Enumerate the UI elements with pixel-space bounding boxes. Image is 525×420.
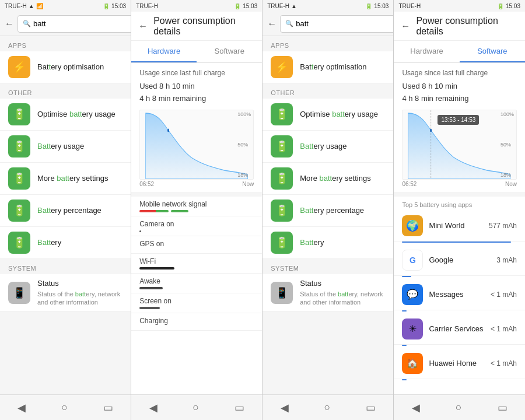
list-item-battery[interactable]: 🔋 Battery <box>0 227 131 259</box>
nav-home-right[interactable]: ○ <box>324 401 330 414</box>
signal-icon-right: ▲ <box>291 3 297 9</box>
list-item-optimise-right[interactable]: 🔋 Optimise battery usage <box>262 99 393 131</box>
detail-title-bar-right: ← Power consumption details <box>394 12 525 41</box>
tab-software-left[interactable]: Software <box>197 41 262 62</box>
status-icon-right: 📱 <box>271 282 293 304</box>
batt-text-right: Battery <box>300 238 324 248</box>
usage-stats-left: Used 8 h 10 min 4 h 8 min remaining <box>131 79 262 110</box>
search-input-left[interactable] <box>33 19 131 28</box>
google-usage: 3 mAh <box>488 256 517 264</box>
tab-hardware-right[interactable]: Hardware <box>394 41 459 62</box>
detail-header-right: TRUE-H 🔋 15:03 <box>394 0 525 12</box>
detail-battery-right: 🔋 <box>497 3 504 9</box>
nav-home-icon-dl[interactable]: ○ <box>192 401 199 414</box>
detail-title-right: Power consumption details <box>416 16 518 37</box>
tab-bar-right: Hardware Software <box>394 41 525 63</box>
left-phone-panel: TRUE-H ▲ 📶 🔋 15:03 ← 🔍 ✕ APPS ⚡ Battery … <box>0 0 131 420</box>
detail-header-left: TRUE-H 🔋 15:03 <box>131 0 262 12</box>
search-results-left: APPS ⚡ Battery optimisation OTHER 🔋 Opti… <box>0 36 131 394</box>
list-item-battery-percentage[interactable]: 🔋 Battery percentage <box>0 195 131 227</box>
list-item-status[interactable]: 📱 Status Status of the battery, network … <box>0 274 131 312</box>
nav-back-right[interactable]: ◀ <box>281 401 289 414</box>
nav-back-dr[interactable]: ◀ <box>412 401 420 414</box>
miniworld-icon: 🌍 <box>402 215 423 236</box>
signal-wifi-left: Wi-Fi <box>131 254 262 274</box>
search-bar-left: ← 🔍 ✕ <box>0 12 131 36</box>
back-button-right[interactable]: ← <box>267 19 276 29</box>
huawei-usage: < 1 mAh <box>488 359 517 368</box>
list-item-batt-right[interactable]: 🔋 Battery <box>262 227 393 259</box>
search-input-container-left[interactable]: 🔍 ✕ <box>18 15 131 33</box>
battery-percentage-text: Battery percentage <box>37 206 102 216</box>
tab-bar-left: Hardware Software <box>131 41 262 63</box>
pct-icon-right: 🔋 <box>271 200 293 222</box>
battery-icon-right: 🔋 <box>365 3 372 9</box>
search-bar-right: ← 🔍 ✕ <box>262 12 393 36</box>
nav-recents-dr[interactable]: ▭ <box>498 401 508 414</box>
nav-back-icon-left[interactable]: ◀ <box>18 401 26 414</box>
app-item-huawei[interactable]: 🏠 Huawei Home < 1 mAh <box>394 348 525 379</box>
more-text-right: More battery settings <box>300 174 370 184</box>
usage-icon-right: 🔋 <box>271 135 293 158</box>
list-item-battery-optimisation[interactable]: ⚡ Battery optimisation <box>0 51 131 83</box>
carrier-right: TRUE-H <box>267 3 289 9</box>
carrier-usage: < 1 mAh <box>488 325 517 333</box>
tab-software-right[interactable]: Software <box>460 41 525 62</box>
battery-text: Battery <box>37 238 61 248</box>
list-item-usage-right[interactable]: 🔋 Battery usage <box>262 131 393 163</box>
signal-charging-left: Charging <box>131 313 262 331</box>
chart-area-left: 100% 50% 18% <box>139 110 254 180</box>
messages-usage: < 1 mAh <box>488 290 517 299</box>
list-item-pct-right[interactable]: 🔋 Battery percentage <box>262 195 393 227</box>
google-icon: G <box>402 250 423 271</box>
list-item-optimise-battery[interactable]: 🔋 Optimise battery usage <box>0 99 131 131</box>
app-item-miniworld[interactable]: 🌍 Mini World 577 mAh <box>394 211 525 242</box>
tab-hardware-left[interactable]: Hardware <box>131 41 197 62</box>
search-input-right[interactable] <box>296 19 394 28</box>
signal-icon: ▲ <box>29 3 34 9</box>
signal-awake-left: Awake <box>131 274 262 293</box>
list-item-battery-usage[interactable]: 🔋 Battery usage <box>0 131 131 163</box>
list-item-status-right[interactable]: 📱 Status Status of the battery, network … <box>262 274 393 312</box>
app-list: 🌍 Mini World 577 mAh G Google 3 mAh 💬 Me… <box>394 211 525 383</box>
status-bar-right: TRUE-H ▲ 🔋 15:03 <box>262 0 393 12</box>
detail-back-right[interactable]: ← <box>401 21 410 32</box>
nav-bar-detail-left: ◀ ○ ▭ <box>131 394 262 420</box>
nav-recents-right[interactable]: ▭ <box>366 401 376 414</box>
nav-bar-left: ◀ ○ ▭ <box>0 394 131 420</box>
chart-labels-bottom-left: 06:52 Now <box>131 180 262 192</box>
nav-home-dr[interactable]: ○ <box>456 401 462 414</box>
battery-optimisation-icon: ⚡ <box>8 56 30 78</box>
usage-text-right: Battery usage <box>300 142 346 152</box>
search-input-container-right[interactable]: 🔍 ✕ <box>280 15 394 33</box>
detail-content-left: Usage since last full charge Used 8 h 10… <box>131 63 262 394</box>
nav-recents-icon-left[interactable]: ▭ <box>103 401 113 414</box>
messages-bar <box>402 310 407 312</box>
list-item-battery-opt-right[interactable]: ⚡ Battery optimisation <box>262 51 393 83</box>
svg-point-0 <box>167 128 169 132</box>
detail-carrier-right: TRUE-H <box>398 3 421 9</box>
app-item-carrier[interactable]: ✳ Carrier Services < 1 mAh <box>394 314 525 345</box>
app-item-messages[interactable]: 💬 Messages < 1 mAh <box>394 279 525 310</box>
nav-bar-detail-right: ◀ ○ ▭ <box>394 394 525 420</box>
google-name: Google <box>429 256 488 264</box>
app-item-google[interactable]: G Google 3 mAh <box>394 245 525 276</box>
chart-labels-right-right: 100% 50% 18% <box>501 110 514 179</box>
detail-back-left[interactable]: ← <box>138 21 148 32</box>
right-detail-panel: TRUE-H 🔋 15:03 ← Power consumption detai… <box>394 0 525 420</box>
nav-back-icon-dl[interactable]: ◀ <box>149 401 158 414</box>
nav-home-icon-left[interactable]: ○ <box>61 401 68 414</box>
nav-recents-icon-dl[interactable]: ▭ <box>235 401 244 414</box>
list-item-more-battery[interactable]: 🔋 More battery settings <box>0 163 131 195</box>
nav-bar-right: ◀ ○ ▭ <box>262 394 393 420</box>
more-icon-right: 🔋 <box>271 167 293 190</box>
signal-gps-left: GPS on <box>131 236 262 254</box>
status-subtext: Status of the battery, network and other… <box>37 290 123 307</box>
back-button-left[interactable]: ← <box>5 19 14 29</box>
chart-labels-bottom-right: 06:52 Now <box>394 180 525 192</box>
battery-icon: 🔋 <box>103 3 110 9</box>
list-item-more-right[interactable]: 🔋 More battery settings <box>262 163 393 195</box>
huawei-icon: 🏠 <box>402 353 423 374</box>
miniworld-bar <box>402 242 511 243</box>
search-icon-left: 🔍 <box>23 20 31 27</box>
